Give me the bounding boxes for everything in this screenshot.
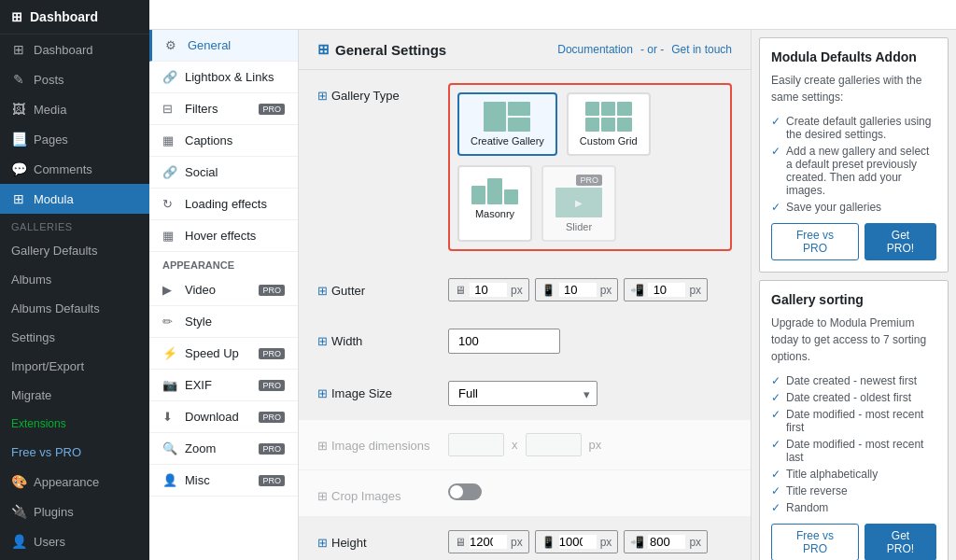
sidebar-item-media[interactable]: 🖼 Media: [0, 94, 149, 124]
settings-nav-item-speed[interactable]: ⚡ Speed Up PRO: [149, 338, 298, 370]
settings-nav-item-loading[interactable]: ↻ Loading effects: [149, 189, 298, 220]
settings-nav-item-video[interactable]: ▶ Video PRO: [149, 274, 298, 306]
settings-nav-item-download[interactable]: ⬇ Download PRO: [149, 401, 298, 433]
sidebar-item-extensions[interactable]: Extensions: [0, 410, 149, 438]
width-field[interactable]: [448, 329, 560, 354]
media-icon: 🖼: [11, 102, 26, 117]
sorting-item-4: Date modified - most recent last: [771, 436, 936, 466]
sidebar-item-albums-defaults[interactable]: Albums Defaults: [0, 294, 149, 323]
appearance-icon: 🎨: [11, 474, 26, 489]
desktop-icon: 🖥: [455, 284, 466, 297]
sidebar-item-comments[interactable]: 💬 Comments: [0, 154, 149, 184]
addon-free-vs-pro-button[interactable]: Free vs PRO: [771, 223, 859, 260]
gutter-row: ⊞ Gutter 🖥 px 📱 px 📲: [299, 265, 751, 315]
settings-nav-item-lightbox[interactable]: 🔗 Lightbox & Links: [149, 62, 298, 93]
sidebar-item-appearance[interactable]: 🎨 Appearance: [0, 467, 149, 497]
height-tablet-field[interactable]: [559, 535, 597, 549]
settings-nav-item-misc[interactable]: 👤 Misc PRO: [149, 465, 298, 497]
sidebar-item-tools[interactable]: 🔧 Tools: [0, 556, 149, 560]
sidebar-item-settings[interactable]: Settings: [0, 323, 149, 352]
wp-icon: ⊞: [11, 9, 22, 24]
creative-label: Creative Gallery: [471, 135, 544, 147]
sorting-item-2: Date created - oldest first: [771, 389, 936, 406]
gallery-type-grid: Creative Gallery Custom Grid: [448, 83, 732, 251]
settings-nav-item-general[interactable]: ⚙ General: [149, 30, 298, 62]
gutter-desktop-field[interactable]: [470, 283, 507, 297]
sidebar-item-users[interactable]: 👤 Users: [0, 526, 149, 556]
filters-nav-icon: ⊟: [162, 102, 177, 116]
sorting-get-pro-button[interactable]: Get PRO!: [865, 524, 936, 560]
lightbox-nav-icon: 🔗: [162, 70, 177, 84]
sidebar: ⊞ Dashboard ⊞ Dashboard ✎ Posts 🖼 Media …: [0, 0, 149, 560]
modula-addon-buttons: Free vs PRO Get PRO!: [771, 223, 936, 260]
addon-get-pro-button[interactable]: Get PRO!: [865, 223, 936, 260]
sidebar-item-free-vs-pro[interactable]: Free vs PRO: [0, 438, 149, 467]
height-desktop-field[interactable]: [470, 535, 507, 549]
crop-toggle[interactable]: [448, 483, 482, 500]
custom-thumb: [585, 102, 632, 132]
top-bar: [149, 0, 956, 30]
settings-nav-item-zoom[interactable]: 🔍 Zoom PRO: [149, 433, 298, 465]
gallery-type-slider[interactable]: PRO Slider: [541, 165, 616, 242]
image-size-select-wrap: Full Large Medium Thumbnail: [448, 381, 598, 406]
modula-addon-desc: Easily create galleries with the same se…: [771, 72, 936, 105]
image-dims-row: ⊞ Image dimensions x px: [299, 420, 751, 470]
gallery-type-creative[interactable]: Creative Gallery: [457, 92, 557, 156]
settings-nav-item-exif[interactable]: 📷 EXIF PRO: [149, 370, 298, 401]
crop-row: ⊞ Crop Images: [299, 470, 751, 517]
gutter-desktop-unit: px: [511, 284, 523, 297]
misc-pro-badge: PRO: [259, 475, 285, 486]
exif-pro-badge: PRO: [259, 380, 285, 391]
height-mobile-icon: 📲: [630, 536, 644, 549]
video-nav-icon: ▶: [162, 283, 177, 297]
settings-nav-item-hover[interactable]: ▦ Hover effects: [149, 220, 298, 252]
sorting-item-5: Title alphabetically: [771, 466, 936, 483]
width-label: ⊞ Width: [317, 329, 448, 348]
height-control: 🖥 px 📱 px 📲 px: [448, 530, 732, 553]
speed-nav-icon: ⚡: [162, 346, 177, 360]
sidebar-item-albums[interactable]: Albums: [0, 265, 149, 294]
sorting-free-vs-pro-button[interactable]: Free vs PRO: [771, 524, 859, 560]
get-in-touch-link[interactable]: Get in touch: [671, 43, 732, 56]
height-desktop-input: 🖥 px: [448, 530, 529, 553]
sidebar-item-plugins[interactable]: 🔌 Plugins: [0, 497, 149, 526]
hover-nav-icon: ▦: [162, 229, 177, 243]
sidebar-item-posts[interactable]: ✎ Posts: [0, 64, 149, 94]
height-mobile-field[interactable]: [648, 535, 685, 549]
sidebar-item-modula[interactable]: ⊞ Modula: [0, 184, 149, 214]
settings-nav-item-captions[interactable]: ▦ Captions: [149, 125, 298, 157]
gallery-type-label: ⊞ Gallery Type: [317, 83, 448, 103]
general-nav-icon: ⚙: [165, 38, 180, 52]
width-help-icon: ⊞: [317, 334, 328, 348]
gallery-type-custom[interactable]: Custom Grid: [567, 92, 651, 156]
masonry-label: Masonry: [475, 208, 514, 219]
sorting-item-6: Title reverse: [771, 483, 936, 499]
sidebar-item-migrate[interactable]: Migrate: [0, 381, 149, 410]
width-row: ⊞ Width: [299, 315, 751, 368]
galleries-section-label: Galleries: [0, 214, 149, 236]
documentation-link[interactable]: Documentation: [557, 43, 633, 56]
sidebar-item-dashboard[interactable]: ⊞ Dashboard: [0, 35, 149, 64]
image-dims-help-icon: ⊞: [317, 439, 328, 453]
misc-nav-icon: 👤: [162, 473, 177, 487]
sidebar-item-gallery-defaults[interactable]: Gallery Defaults: [0, 236, 149, 265]
creative-thumb: [484, 102, 530, 132]
sorting-desc: Upgrade to Modula Premium today to get a…: [771, 315, 936, 365]
masonry-thumb: [471, 175, 518, 204]
modula-addon-item-3: Save your galleries: [771, 199, 936, 216]
gutter-tablet-field[interactable]: [559, 283, 597, 297]
filters-pro-badge: PRO: [259, 104, 285, 115]
sorting-buttons: Free vs PRO Get PRO!: [771, 524, 936, 560]
sidebar-item-import-export[interactable]: Import/Export: [0, 352, 149, 381]
settings-nav-item-filters[interactable]: ⊟ Filters PRO: [149, 93, 298, 125]
gallery-type-masonry[interactable]: Masonry: [457, 165, 532, 242]
zoom-pro-badge: PRO: [259, 443, 285, 455]
settings-nav-item-social[interactable]: 🔗 Social: [149, 157, 298, 189]
image-size-select[interactable]: Full Large Medium Thumbnail: [448, 381, 598, 406]
image-dims-label: ⊞ Image dimensions: [317, 433, 448, 453]
image-dims-control: x px: [448, 433, 732, 456]
gutter-mobile-field[interactable]: [648, 283, 685, 297]
settings-nav-item-style[interactable]: ✏ Style: [149, 306, 298, 338]
sidebar-item-pages[interactable]: 📃 Pages: [0, 124, 149, 154]
sorting-item-1: Date created - newest first: [771, 372, 936, 389]
